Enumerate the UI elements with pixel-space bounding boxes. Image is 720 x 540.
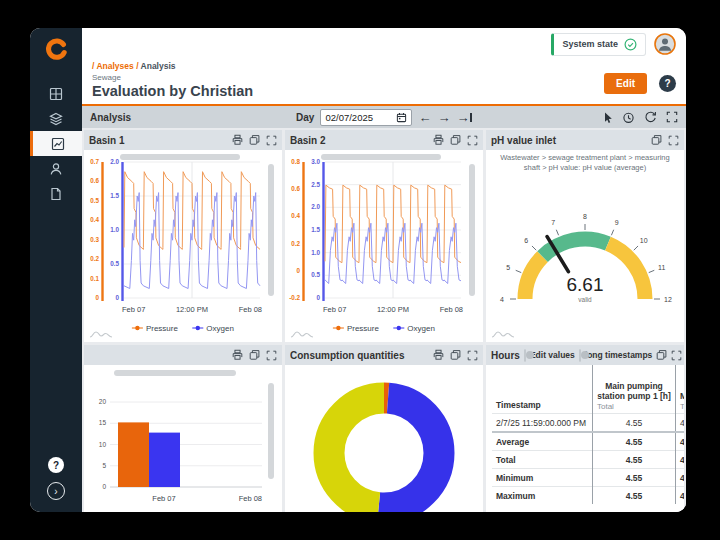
basin2-hscrollbar[interactable] <box>321 154 441 160</box>
sidebar-collapse-button[interactable]: › <box>47 482 65 500</box>
svg-text:6: 6 <box>524 237 528 244</box>
hours-data-row[interactable]: 2/7/25 11:59:00.000 PM4.554 <box>492 414 684 433</box>
prev-day-button[interactable]: ← <box>418 111 431 124</box>
sidebar-nav <box>30 81 82 206</box>
svg-text:0.2: 0.2 <box>90 255 99 262</box>
hours-table[interactable]: TimestampMain pumping station pump 1 [h]… <box>492 365 684 504</box>
svg-text:15: 15 <box>99 419 107 426</box>
breadcrumb-current: Analysis <box>141 61 176 71</box>
fullscreen-icon[interactable] <box>266 350 277 361</box>
sidebar-item-grid[interactable] <box>30 81 82 106</box>
fullscreen-icon[interactable] <box>266 135 277 146</box>
fullscreen-icon[interactable] <box>467 350 478 361</box>
copy-icon[interactable] <box>450 134 461 146</box>
copy-icon[interactable] <box>450 349 461 361</box>
sidebar-item-user[interactable] <box>30 156 82 181</box>
svg-text:0.4: 0.4 <box>90 216 99 223</box>
print-icon[interactable] <box>433 349 444 361</box>
panel-consumption: Consumption quantities <box>285 345 483 512</box>
check-circle-icon <box>624 38 637 51</box>
page-title: Evaluation by Christian <box>92 83 604 99</box>
sidebar: ? › <box>30 28 82 512</box>
print-icon[interactable] <box>232 349 243 361</box>
pointer-mode-button[interactable] <box>601 111 613 124</box>
sidebar-item-documents[interactable] <box>30 181 82 206</box>
svg-text:1.5: 1.5 <box>311 226 320 233</box>
basin1-vscrollbar[interactable] <box>268 164 274 296</box>
copy-icon[interactable] <box>249 134 260 146</box>
history-button[interactable] <box>622 111 635 124</box>
clock-icon <box>622 111 635 124</box>
consumption-donut-chart[interactable] <box>285 365 483 512</box>
document-icon <box>49 187 63 201</box>
print-icon[interactable] <box>433 134 444 146</box>
system-state-badge[interactable]: System state <box>551 33 646 56</box>
consumption-chart-body <box>285 365 483 512</box>
svg-text:Feb 07: Feb 07 <box>152 494 175 503</box>
sparkline-preview-icon[interactable] <box>89 327 113 339</box>
hours-col-pump1[interactable]: Main pumping station pump 1 [h]Total <box>593 365 676 414</box>
svg-text:10: 10 <box>99 441 107 448</box>
svg-text:Feb 08: Feb 08 <box>239 305 262 314</box>
edit-button[interactable]: Edit <box>604 73 647 94</box>
hours-col-timestamp[interactable]: Timestamp <box>492 365 593 414</box>
svg-text:1.5: 1.5 <box>110 192 119 199</box>
sidebar-item-layers[interactable] <box>30 106 82 131</box>
svg-text:0.1: 0.1 <box>90 275 99 282</box>
bars-vscrollbar[interactable] <box>268 383 274 479</box>
date-value: 02/07/2025 <box>325 112 392 123</box>
next-day-button[interactable]: → <box>437 111 450 124</box>
long-timestamps-label: long timestamps <box>585 350 653 360</box>
svg-text:0.4: 0.4 <box>291 212 300 219</box>
ph-datapoint-path: Wastewater > sewage treatment plant > me… <box>486 150 684 173</box>
brand-logo-icon[interactable] <box>41 35 71 65</box>
help-button[interactable]: ? <box>659 75 676 92</box>
edit-values-toggle[interactable] <box>524 349 526 362</box>
sidebar-item-analysis[interactable] <box>30 131 82 156</box>
date-input[interactable]: 02/07/2025 <box>320 109 412 126</box>
breadcrumb-analyses-link[interactable]: Analyses <box>96 61 133 71</box>
layers-icon <box>49 112 63 126</box>
bars-hscrollbar[interactable] <box>114 370 236 376</box>
basin1-chart[interactable]: 00.10.20.30.40.50.60.700.51.01.52.0Feb 0… <box>84 150 282 342</box>
copy-icon[interactable] <box>656 349 667 361</box>
toolbar-fullscreen-button[interactable] <box>666 111 678 123</box>
bars-chart[interactable]: 05101520Feb 07Feb 08 <box>84 365 282 512</box>
panel-ph-title: pH value inlet <box>491 135 645 146</box>
main-area: System state / Analyses / <box>82 28 686 512</box>
svg-text:Pressure: Pressure <box>146 324 179 333</box>
basin1-hscrollbar[interactable] <box>120 154 240 160</box>
page-header: / Analyses / Analysis Sewage Evaluation … <box>82 60 686 106</box>
fullscreen-icon[interactable] <box>668 135 679 146</box>
breadcrumb-slash: / <box>92 61 94 71</box>
ph-gauge[interactable]: 4567891011126.61valid <box>486 173 684 323</box>
long-timestamps-toggle[interactable] <box>579 349 581 362</box>
basin2-chart[interactable]: -0.200.20.40.60.800.51.01.52.02.53.0Feb … <box>285 150 483 342</box>
refresh-button[interactable] <box>644 111 657 124</box>
print-icon[interactable] <box>232 134 243 146</box>
fullscreen-icon[interactable] <box>467 135 478 146</box>
panel-hours-title: Hours <box>491 350 520 361</box>
jump-to-latest-button[interactable]: → <box>456 111 472 124</box>
calendar-icon[interactable] <box>396 112 407 123</box>
copy-icon[interactable] <box>249 349 260 361</box>
sidebar-help-button[interactable]: ? <box>48 457 64 473</box>
hours-col-partial[interactable]: Ma staTot <box>676 365 685 414</box>
panel-basin2: Basin 2 -0.200.20.40.60.800.51.01.52.02.… <box>285 130 483 342</box>
svg-text:5: 5 <box>506 264 510 271</box>
avatar[interactable] <box>654 33 676 55</box>
svg-text:0.5: 0.5 <box>110 260 119 267</box>
basin2-vscrollbar[interactable] <box>469 164 475 296</box>
toolbar-title: Analysis <box>90 112 296 123</box>
sparkline-preview-icon[interactable] <box>290 327 314 339</box>
svg-text:8: 8 <box>583 213 587 220</box>
svg-text:0: 0 <box>316 294 320 301</box>
svg-text:2.5: 2.5 <box>311 181 320 188</box>
copy-icon[interactable] <box>651 134 662 146</box>
sparkline-preview-icon[interactable] <box>491 327 515 339</box>
svg-text:0.5: 0.5 <box>90 197 99 204</box>
svg-text:20: 20 <box>99 398 107 405</box>
fullscreen-icon[interactable] <box>671 350 682 361</box>
topbar: System state <box>82 28 686 60</box>
refresh-icon <box>644 111 657 124</box>
